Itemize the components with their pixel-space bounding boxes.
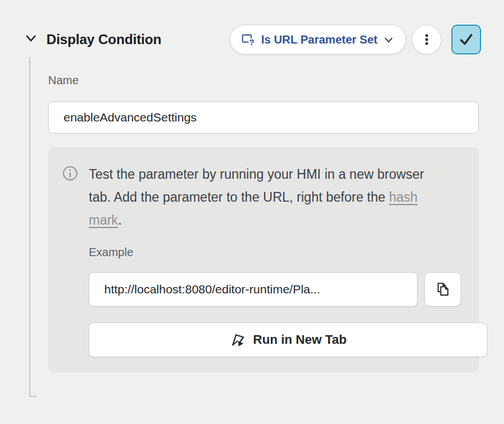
name-input[interactable] <box>48 101 479 134</box>
example-label: Example <box>89 245 461 259</box>
chevron-down-icon <box>24 32 38 48</box>
section-title: Display Condition <box>46 32 162 48</box>
more-options-button[interactable] <box>412 25 442 54</box>
section-collapse-toggle[interactable] <box>23 32 39 48</box>
info-icon <box>62 166 78 231</box>
condition-enabled-checkbox[interactable] <box>451 25 481 54</box>
tree-indent-line <box>29 57 37 397</box>
note-text: Test the parameter by running your HMI i… <box>89 163 432 231</box>
run-in-new-tab-button[interactable]: Run in New Tab <box>89 323 487 357</box>
info-panel: Test the parameter by running your HMI i… <box>48 147 479 372</box>
example-url-input[interactable] <box>89 272 418 307</box>
run-icon <box>230 332 246 348</box>
condition-form: Name Test the parameter by running your … <box>48 73 479 372</box>
condition-type-label: Is URL Parameter Set <box>261 33 377 46</box>
copy-icon <box>434 281 451 298</box>
note-text-after: . <box>118 213 121 227</box>
chevron-down-icon <box>383 34 394 45</box>
note-text-before: Test the parameter by running your HMI i… <box>89 167 424 205</box>
svg-text:?: ? <box>249 37 254 47</box>
name-label: Name <box>48 73 479 87</box>
copy-url-button[interactable] <box>424 272 461 307</box>
url-parameter-icon: ? <box>241 32 255 47</box>
run-button-label: Run in New Tab <box>253 332 346 347</box>
vertical-ellipsis-icon <box>419 32 434 47</box>
condition-type-dropdown[interactable]: ? Is URL Parameter Set <box>230 25 406 54</box>
checkmark-icon <box>458 31 475 48</box>
section-header: Display Condition ? Is URL Parameter Set <box>0 0 504 54</box>
